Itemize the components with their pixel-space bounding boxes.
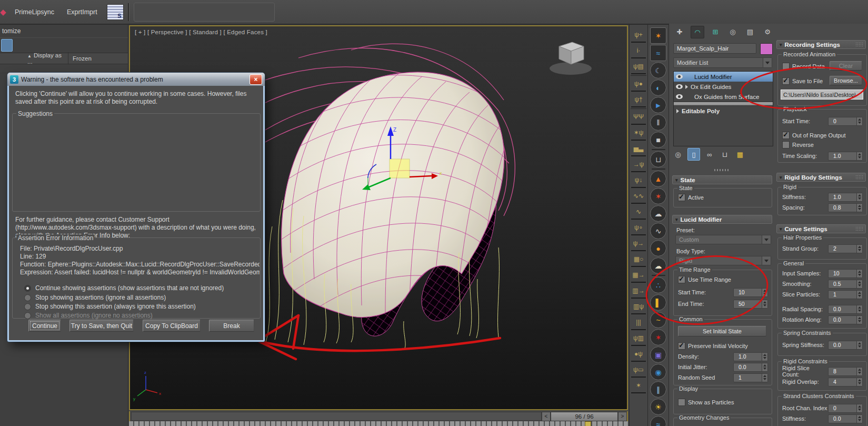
beer-icon[interactable]: ▌ [650,294,666,311]
menu-primelipsync[interactable]: PrimeLipsync [8,8,61,16]
water-swirl-icon[interactable]: ◉ [650,364,666,380]
stack-item-editable-poly[interactable]: Editable Poly [674,106,773,116]
make-unique-icon[interactable]: ∞ [704,148,715,160]
rollout-state[interactable]: ▾ State [672,175,772,184]
guides-cross-icon[interactable]: ψ† [631,93,646,107]
sep[interactable] [631,75,646,76]
stiffness-spinner[interactable]: 1.0 [828,193,863,202]
layers-icon[interactable] [65,39,76,51]
remove-modifier-icon[interactable]: ⊔ [719,148,731,160]
scalp-mesh[interactable] [273,72,510,321]
show-as-particles-checkbox[interactable] [678,399,685,406]
show-end-result-icon[interactable]: ▯ [687,148,700,161]
night-sphere-icon[interactable]: ☾ [650,62,666,78]
sep[interactable] [652,275,665,276]
red-splat-icon[interactable]: ✶ [650,329,666,345]
column-header-frozen[interactable]: Frozen [68,55,92,62]
object-color-swatch[interactable] [760,43,773,55]
rollout-recording-settings[interactable]: ▾ Recording Settings [776,40,866,49]
sep[interactable] [652,169,665,170]
rigid-overlap-spinner[interactable]: 4 [828,378,863,387]
random-seed-spinner[interactable]: 1 [733,373,768,382]
stack-item-ox-guides-from-surface[interactable]: Ox Guides from Surface [674,92,773,102]
out-of-range-checkbox[interactable] [782,132,790,139]
hair-folder-icon[interactable]: ψ▭ [631,363,646,378]
spinner-arrows-icon[interactable] [762,289,767,296]
spinner-arrows-icon[interactable] [856,270,862,278]
rollout-grip-icon[interactable] [855,175,863,180]
density-spinner[interactable]: 1.0 [733,352,768,361]
copy-to-clipboard-button[interactable]: Copy To ClipBoard [143,320,201,332]
strand-balls-icon[interactable]: ψ∘ [631,221,646,235]
spinner-arrows-icon[interactable] [856,280,862,288]
stack-item-ox-edit-guides[interactable]: Ox Edit Guides [674,82,773,92]
hierarchy-list-icon[interactable] [53,39,63,51]
bricks-hair-icon[interactable]: ▥ψ [631,300,646,314]
track-bar-marker[interactable] [585,421,591,426]
water-drops-icon[interactable]: ∴ [650,277,666,293]
hair-info-icon[interactable]: i· [631,44,646,58]
grass-icon[interactable]: ΨΨ [631,110,646,125]
spinner-arrows-icon[interactable] [856,117,862,125]
hair-lock-icon[interactable]: ψ● [631,77,646,92]
explorer-row[interactable] [0,64,128,73]
spinner-arrows-icon[interactable] [856,305,862,313]
gem-icon[interactable]: ◆ [0,5,8,19]
spinner-arrows-icon[interactable] [856,193,862,201]
spinner-arrows-icon[interactable] [762,363,767,371]
viewcube[interactable] [550,42,592,75]
spinner-arrows-icon[interactable] [762,353,767,361]
spinner-arrows-icon[interactable] [856,415,862,423]
smoke-wisp-icon[interactable]: ∿ [650,223,666,239]
tab-display[interactable]: ▤ [744,26,756,37]
beach-sun-icon[interactable]: ☀ [650,399,666,415]
spinner-arrows-icon[interactable] [856,368,862,375]
set-initial-state-button[interactable]: Set Initial State [678,326,766,336]
preserve-initial-velocity-checkbox[interactable] [678,342,685,350]
flame-drop-icon[interactable]: ● [650,240,666,256]
radio-button[interactable] [24,285,31,292]
strand-arrow-icon[interactable]: ψ→ [631,236,646,251]
menu-customize-partial[interactable]: tomize [2,27,21,35]
spacing-spinner[interactable]: 0.8 [828,203,863,212]
cluster-stiffness-spinner[interactable]: 0.0 [828,414,863,423]
rollout-rigid-body-settings[interactable]: ▾ Rigid Body Settings [776,173,866,182]
pause-icon[interactable]: ‖ [650,114,666,131]
curl-strand-icon[interactable]: ∿ [631,205,646,220]
dialog-title-bar[interactable]: 3 Warning - the software has encountered… [7,73,265,86]
viewport-label[interactable]: [ + ] [ Perspective ] [ Standard ] [ Edg… [135,29,267,35]
spinner-arrows-icon[interactable] [856,245,862,253]
object-name-field[interactable]: Margot_Scalp_Hair [673,43,756,54]
skip-to-end-icon[interactable] [256,4,270,20]
time-scaling-spinner[interactable]: 1.0 [828,152,863,161]
visibility-icon[interactable] [78,39,88,51]
spring-stiffness-spinner[interactable]: 0.0 [828,341,863,350]
rollout-grip-icon[interactable] [855,42,863,47]
playback-start-time-spinner[interactable]: 0 [828,117,863,126]
fire-splash-icon[interactable]: ✶ [650,188,666,204]
spinner-arrows-icon[interactable] [762,374,767,382]
time-slider-handle[interactable]: 96 / 96 [551,412,618,421]
sep[interactable] [631,108,646,109]
save-path-field[interactable]: C:\Users\Nildo Essa\Desktop\ [781,90,863,100]
spinner-arrows-icon[interactable] [856,152,862,160]
sep[interactable] [652,149,665,150]
end-time-spinner[interactable]: 50 [733,300,768,309]
honey-icon[interactable]: ~ [650,312,666,328]
hair-to-bricks-icon[interactable]: ψ▥ [631,331,646,346]
smoothing-spinner[interactable]: 0.5 [828,280,863,289]
reverse-checkbox[interactable] [782,141,790,148]
slice-particles-spinner[interactable]: 1 [828,290,863,299]
frozen-flake-icon[interactable] [91,39,101,51]
spinner-arrows-icon[interactable] [762,300,767,308]
visibility-eye-icon[interactable] [676,74,683,79]
add-layer-icon[interactable] [27,39,38,51]
capsule-icon[interactable] [189,4,203,20]
clouds-icon[interactable]: ☁ [650,257,666,274]
lock-selection-icon[interactable] [15,39,25,51]
histogram-icon[interactable]: ▅▃ [631,142,646,156]
rotation-along-spinner[interactable]: 0.0 [828,315,863,324]
gravity-hair-icon[interactable]: ψ↓ [631,173,646,188]
cloth-shirt-icon[interactable] [172,4,186,20]
fur-icon[interactable]: ∿∿ [631,189,646,204]
